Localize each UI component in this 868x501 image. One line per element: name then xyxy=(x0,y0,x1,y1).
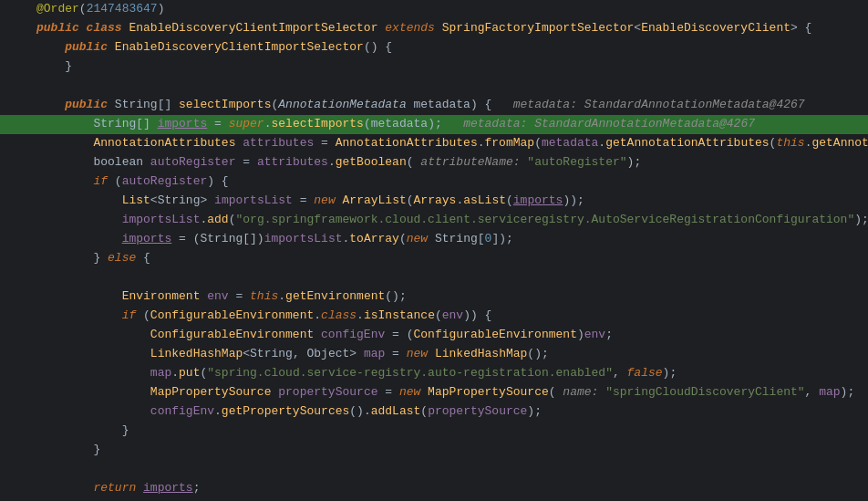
line-content-19: LinkedHashMap<String, Object> map = new … xyxy=(33,345,868,363)
line-num-3 xyxy=(0,38,33,39)
line-num-1 xyxy=(0,0,33,1)
code-line-13: imports = (String[])importsList.toArray(… xyxy=(0,230,868,249)
code-line-9: boolean autoRegister = attributes.getBoo… xyxy=(0,153,868,172)
line-content-18: ConfigurableEnvironment configEnv = (Con… xyxy=(33,326,868,344)
code-line-24: } xyxy=(0,441,868,460)
line-content-2: public class EnableDiscoveryClientImport… xyxy=(33,19,868,37)
line-content-1: @Order(2147483647) xyxy=(33,0,868,18)
line-num-11 xyxy=(0,192,33,193)
line-num-10 xyxy=(0,172,33,173)
code-line-22: configEnv.getPropertySources().addLast(p… xyxy=(0,402,868,422)
line-num-5 xyxy=(0,77,33,78)
line-num-27 xyxy=(0,498,33,499)
code-line-1: @Order(2147483647) xyxy=(0,0,868,19)
line-num-25 xyxy=(0,460,33,461)
line-num-17 xyxy=(0,307,33,308)
line-num-2 xyxy=(0,19,33,20)
line-num-13 xyxy=(0,230,33,231)
line-num-16 xyxy=(0,287,33,288)
line-content-6: public String[] selectImports(Annotation… xyxy=(33,96,868,114)
line-num-15 xyxy=(0,268,33,269)
line-num-4 xyxy=(0,57,33,58)
line-num-20 xyxy=(0,364,33,365)
line-content-17: if (ConfigurableEnvironment.class.isInst… xyxy=(33,307,868,325)
code-line-2: public class EnableDiscoveryClientImport… xyxy=(0,19,868,38)
line-content-16: Environment env = this.getEnvironment(); xyxy=(33,287,868,306)
line-num-7 xyxy=(0,115,33,116)
code-line-11: List<String> importsList = new ArrayList… xyxy=(0,192,868,211)
line-content-3: public EnableDiscoveryClientImportSelect… xyxy=(33,38,868,57)
line-num-21 xyxy=(0,383,33,384)
line-num-9 xyxy=(0,153,33,154)
line-num-14 xyxy=(0,249,33,250)
code-line-6: public String[] selectImports(Annotation… xyxy=(0,96,868,115)
line-num-6 xyxy=(0,96,33,97)
code-line-4: } xyxy=(0,57,868,77)
code-line-14: } else { xyxy=(0,249,868,268)
line-num-18 xyxy=(0,326,33,327)
line-content-12: importsList.add("org.springframework.clo… xyxy=(33,211,868,229)
code-line-15 xyxy=(0,268,868,287)
line-num-12 xyxy=(0,211,33,212)
code-line-3: public EnableDiscoveryClientImportSelect… xyxy=(0,38,868,57)
code-line-16: Environment env = this.getEnvironment(); xyxy=(0,287,868,307)
line-content-26: return imports; xyxy=(33,479,868,497)
code-line-18: ConfigurableEnvironment configEnv = (Con… xyxy=(0,326,868,345)
line-num-24 xyxy=(0,441,33,442)
line-num-23 xyxy=(0,422,33,423)
line-num-26 xyxy=(0,479,33,480)
code-line-26: return imports; xyxy=(0,479,868,498)
code-line-7: String[] imports = super.selectImports(m… xyxy=(0,115,868,134)
line-content-13: imports = (String[])importsList.toArray(… xyxy=(33,230,868,248)
line-content-14: } else { xyxy=(33,249,868,267)
code-line-10: if (autoRegister) { xyxy=(0,172,868,192)
line-content-10: if (autoRegister) { xyxy=(33,172,868,191)
line-num-8 xyxy=(0,134,33,135)
line-content-20: map.put("spring.cloud.service-registry.a… xyxy=(33,364,868,382)
line-content-24: } xyxy=(33,441,868,459)
line-content-22: configEnv.getPropertySources().addLast(p… xyxy=(33,402,868,421)
code-line-12: importsList.add("org.springframework.clo… xyxy=(0,211,868,230)
line-num-22 xyxy=(0,402,33,403)
line-content-9: boolean autoRegister = attributes.getBoo… xyxy=(33,153,868,172)
code-line-25 xyxy=(0,460,868,479)
code-line-5 xyxy=(0,77,868,96)
code-line-21: MapPropertySource propertySource = new M… xyxy=(0,383,868,402)
code-line-17: if (ConfigurableEnvironment.class.isInst… xyxy=(0,307,868,326)
line-num-19 xyxy=(0,345,33,346)
code-line-8: AnnotationAttributes attributes = Annota… xyxy=(0,134,868,153)
code-editor: @Order(2147483647) public class EnableDi… xyxy=(0,0,868,501)
line-content-23: } xyxy=(33,422,868,440)
line-content-8: AnnotationAttributes attributes = Annota… xyxy=(33,134,868,152)
line-content-4: } xyxy=(33,57,868,76)
line-content-21: MapPropertySource propertySource = new M… xyxy=(33,383,868,402)
code-line-23: } xyxy=(0,422,868,441)
line-content-11: List<String> importsList = new ArrayList… xyxy=(33,192,868,210)
code-line-20: map.put("spring.cloud.service-registry.a… xyxy=(0,364,868,383)
line-content-7: String[] imports = super.selectImports(m… xyxy=(33,115,868,133)
code-line-19: LinkedHashMap<String, Object> map = new … xyxy=(0,345,868,364)
